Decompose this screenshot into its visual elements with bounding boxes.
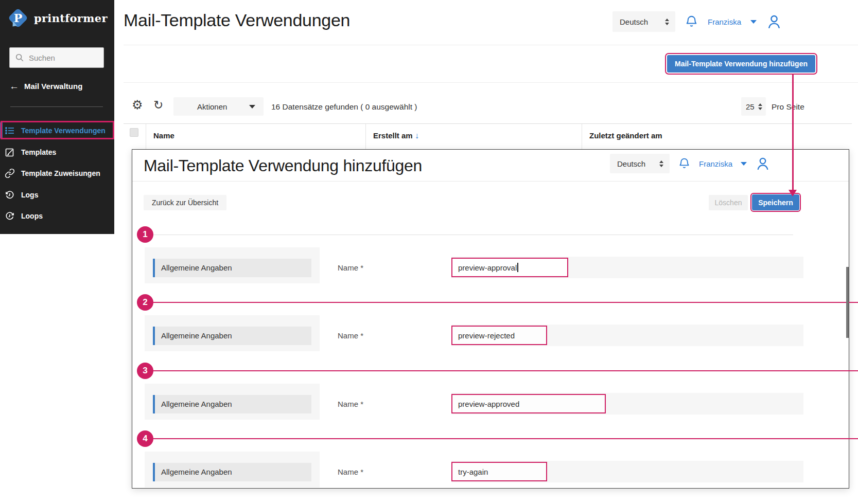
annotation-number-badge: 3 [137, 363, 153, 379]
table-header-row: Name Erstellt am ↓ Zuletzt geändert am [124, 123, 852, 150]
loop-icon [5, 211, 15, 221]
bell-icon[interactable] [685, 14, 698, 29]
chevron-down-icon[interactable] [750, 20, 757, 24]
arrow-left-icon: ← [9, 81, 19, 91]
sidebar-search[interactable] [9, 47, 104, 68]
user-name[interactable]: Franziska [699, 159, 732, 168]
section-panel: Allgemeine Angaben [145, 384, 320, 420]
annotation-line [153, 438, 858, 439]
form-row: 4 Allgemeine Angaben Name * try-again [132, 439, 858, 496]
chevron-down-icon[interactable] [741, 162, 747, 166]
form-row: 2 Allgemeine Angaben Name * preview-reje… [132, 302, 858, 360]
dropdown-caret-icon [249, 105, 255, 109]
header-divider [124, 45, 858, 45]
app-root: P printformer ← Mail Verwaltung [0, 0, 858, 504]
refresh-icon[interactable]: ↻ [153, 99, 163, 111]
form-row: 1 Allgemeine Angaben Name * preview-appr… [132, 235, 858, 292]
history-icon [5, 190, 15, 200]
sidebar-item-template-zuweisungen[interactable]: Template Zuweisungen [0, 165, 114, 181]
field-label: Name * [338, 400, 363, 408]
per-page-select[interactable]: 25 [741, 97, 766, 116]
section-panel: Allgemeine Angaben [145, 247, 320, 283]
sidebar: P printformer ← Mail Verwaltung [0, 0, 114, 234]
brand-wordmark: printformer [34, 12, 108, 25]
column-divider [582, 124, 582, 151]
add-usage-dialog: Mail-Template Verwendung hinzufügen Deut… [132, 149, 849, 489]
section-panel: Allgemeine Angaben [145, 315, 320, 351]
per-page-value: 25 [746, 102, 755, 111]
name-input[interactable]: preview-approved [451, 394, 606, 413]
add-mail-template-usage-button[interactable]: Mail-Template Verwendung hinzufügen [667, 55, 815, 73]
field-label: Name * [338, 263, 363, 272]
brand-logo[interactable]: P printformer [6, 6, 108, 30]
language-value: Deutsch [617, 159, 645, 168]
section-header: Allgemeine Angaben [153, 395, 311, 413]
language-select[interactable]: Deutsch [612, 11, 675, 32]
sidebar-back-label: Mail Verwaltung [24, 82, 82, 91]
sort-desc-icon: ↓ [415, 131, 419, 140]
sidebar-item-template-verwendungen[interactable]: Template Verwendungen [0, 122, 114, 138]
sidebar-item-templates[interactable]: Templates [0, 144, 114, 160]
sidebar-item-label: Template Zuweisungen [21, 169, 100, 177]
column-header-erstellt-am[interactable]: Erstellt am ↓ [373, 131, 419, 140]
back-to-overview-button[interactable]: Zurück zur Übersicht [144, 195, 226, 210]
per-page-label: Pro Seite [772, 102, 804, 112]
sidebar-item-logs[interactable]: Logs [0, 187, 114, 203]
results-count-text: 16 Datensätze gefunden ( 0 ausgewählt ) [271, 102, 417, 112]
field-label: Name * [338, 467, 363, 476]
sidebar-item-label: Loops [21, 212, 43, 220]
actions-dropdown-label: Aktionen [197, 102, 227, 111]
name-input[interactable]: try-again [451, 462, 547, 481]
sidebar-item-loops[interactable]: Loops [0, 208, 114, 224]
form-row: 3 Allgemeine Angaben Name * preview-appr… [132, 371, 858, 428]
column-header-name[interactable]: Name [153, 131, 174, 140]
annotation-number-badge: 1 [137, 226, 153, 243]
annotation-line [153, 370, 858, 371]
annotation-number-badge: 4 [137, 430, 153, 447]
scrollbar-thumb[interactable] [846, 267, 849, 338]
section-header: Allgemeine Angaben [153, 327, 311, 345]
sidebar-item-label: Template Verwendungen [21, 127, 106, 135]
annotation-line [153, 302, 858, 303]
dialog-language-select[interactable]: Deutsch [610, 154, 670, 173]
section-header: Allgemeine Angaben [153, 259, 311, 277]
language-value: Deutsch [620, 17, 648, 26]
annotation-number-badge: 2 [137, 294, 153, 311]
page-title: Mail-Template Verwendungen [124, 10, 350, 30]
sidebar-item-label: Logs [21, 191, 38, 199]
text-cursor [517, 263, 518, 272]
name-input[interactable]: preview-rejected [451, 326, 547, 345]
dialog-title: Mail-Template Verwendung hinzufügen [144, 156, 422, 175]
delete-button[interactable]: Löschen [709, 195, 748, 210]
list-icon [5, 125, 15, 136]
sidebar-divider [10, 106, 103, 107]
user-avatar-icon[interactable] [766, 13, 782, 30]
user-name[interactable]: Franziska [708, 17, 741, 26]
edit-icon [5, 147, 15, 157]
section-panel: Allgemeine Angaben [145, 452, 320, 488]
dialog-divider [132, 181, 849, 182]
search-icon [15, 53, 24, 62]
sidebar-back-link[interactable]: ← Mail Verwaltung [9, 81, 82, 91]
user-avatar-icon[interactable] [755, 156, 771, 171]
actions-dropdown[interactable]: Aktionen [173, 97, 264, 116]
select-updown-icon [659, 160, 663, 167]
row-divider-line [153, 235, 793, 235]
gear-icon[interactable]: ⚙ [132, 99, 143, 111]
printformer-diamond-logo-icon: P [6, 6, 30, 30]
bell-icon[interactable] [678, 156, 691, 171]
active-indicator-bar [0, 122, 3, 138]
column-header-zuletzt-geaendert[interactable]: Zuletzt geändert am [589, 131, 662, 140]
svg-text:P: P [14, 11, 23, 25]
sidebar-item-label: Templates [21, 148, 56, 156]
column-divider [365, 124, 366, 151]
section-header: Allgemeine Angaben [153, 463, 311, 481]
name-input[interactable]: preview-approval [451, 258, 568, 277]
select-updown-icon [758, 103, 762, 110]
search-input[interactable] [29, 53, 91, 62]
select-all-checkbox[interactable] [130, 128, 138, 137]
column-divider [146, 124, 146, 151]
save-button[interactable]: Speichern [752, 194, 799, 210]
link-icon [5, 168, 15, 178]
toolbar-divider [124, 82, 858, 83]
